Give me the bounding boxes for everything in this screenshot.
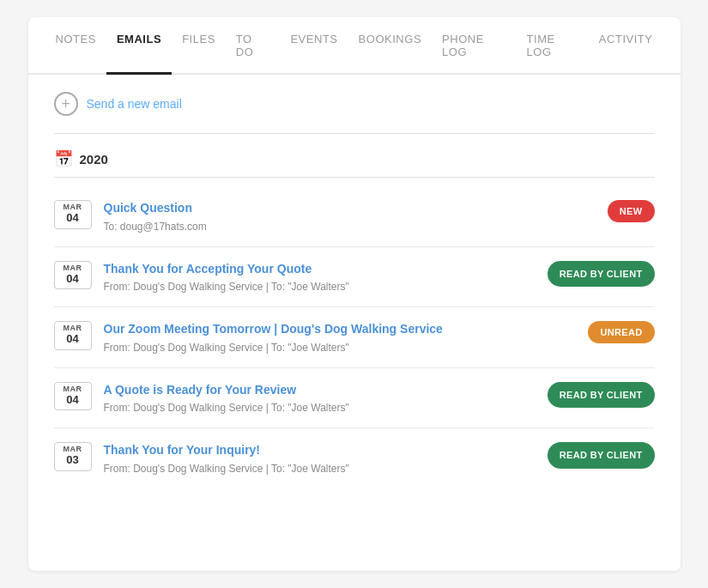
- email-body: A Quote is Ready for Your Review From: D…: [104, 382, 536, 415]
- divider-top: [54, 133, 655, 134]
- year-label: 2020: [80, 152, 108, 167]
- tab-notes[interactable]: NOTES: [45, 17, 106, 75]
- email-body: Thank You for Your Inquiry! From: Doug's…: [104, 442, 536, 475]
- email-subject[interactable]: A Quote is Ready for Your Review: [104, 382, 536, 399]
- nav-tabs: NOTES EMAILS FILES TO DO EVENTS BOOKINGS…: [28, 17, 681, 75]
- date-month: MAR: [58, 445, 88, 453]
- badge-area: READ BY CLIENT: [548, 382, 655, 408]
- date-day: 04: [58, 332, 88, 346]
- email-item: MAR 04 Thank You for Accepting Your Quot…: [54, 247, 655, 308]
- content-area: + Send a new email 📅 2020 MAR 04 Quick Q…: [28, 75, 681, 506]
- email-body: Our Zoom Meeting Tomorrow | Doug's Dog W…: [104, 321, 577, 354]
- date-day: 04: [58, 272, 88, 286]
- date-day: 03: [58, 453, 88, 467]
- email-meta: From: Doug's Dog Walking Service | To: "…: [104, 281, 536, 293]
- email-subject[interactable]: Our Zoom Meeting Tomorrow | Doug's Dog W…: [104, 321, 577, 338]
- date-month: MAR: [58, 264, 88, 272]
- email-item: MAR 04 Our Zoom Meeting Tomorrow | Doug'…: [54, 307, 655, 368]
- date-badge: MAR 03: [54, 442, 92, 471]
- tab-timelog[interactable]: TIME LOG: [517, 17, 589, 75]
- date-month: MAR: [58, 203, 88, 211]
- status-badge: READ BY CLIENT: [548, 442, 655, 468]
- date-day: 04: [58, 211, 88, 225]
- email-subject[interactable]: Thank You for Your Inquiry!: [104, 442, 536, 459]
- tab-todo[interactable]: TO DO: [226, 17, 281, 75]
- email-item: MAR 03 Thank You for Your Inquiry! From:…: [54, 428, 655, 488]
- date-badge: MAR 04: [54, 382, 92, 411]
- tab-events[interactable]: EVENTS: [280, 17, 348, 75]
- divider-year: [54, 177, 655, 178]
- email-body: Quick Question To: doug@17hats.com: [104, 200, 596, 233]
- date-month: MAR: [58, 324, 88, 332]
- email-list: MAR 04 Quick Question To: doug@17hats.co…: [54, 186, 655, 488]
- status-badge: READ BY CLIENT: [548, 261, 655, 287]
- tab-bookings[interactable]: BOOKINGS: [348, 17, 433, 75]
- tab-files[interactable]: FILES: [172, 17, 226, 75]
- year-header: 📅 2020: [54, 149, 655, 168]
- date-badge: MAR 04: [54, 200, 92, 229]
- email-body: Thank You for Accepting Your Quote From:…: [104, 261, 536, 294]
- tab-activity[interactable]: ACTIVITY: [589, 17, 663, 75]
- badge-area: READ BY CLIENT: [548, 442, 655, 468]
- status-badge: NEW: [608, 200, 655, 222]
- badge-area: NEW: [608, 200, 655, 222]
- date-day: 04: [58, 393, 88, 407]
- main-container: NOTES EMAILS FILES TO DO EVENTS BOOKINGS…: [28, 17, 681, 571]
- date-badge: MAR 04: [54, 261, 92, 290]
- date-badge: MAR 04: [54, 321, 92, 350]
- email-subject[interactable]: Thank You for Accepting Your Quote: [104, 261, 536, 278]
- add-email-button[interactable]: +: [54, 92, 78, 116]
- tab-phonelog[interactable]: PHONE LOG: [432, 17, 517, 75]
- email-meta: From: Doug's Dog Walking Service | To: "…: [104, 463, 536, 475]
- date-month: MAR: [58, 385, 88, 393]
- calendar-icon: 📅: [54, 149, 73, 168]
- email-item: MAR 04 Quick Question To: doug@17hats.co…: [54, 186, 655, 247]
- badge-area: UNREAD: [588, 321, 654, 343]
- email-item: MAR 04 A Quote is Ready for Your Review …: [54, 368, 655, 429]
- send-email-link[interactable]: Send a new email: [87, 97, 182, 111]
- email-meta: From: Doug's Dog Walking Service | To: "…: [104, 402, 536, 414]
- status-badge: UNREAD: [588, 321, 654, 343]
- send-email-row: + Send a new email: [54, 92, 655, 116]
- email-meta: To: doug@17hats.com: [104, 221, 596, 233]
- email-meta: From: Doug's Dog Walking Service | To: "…: [104, 342, 577, 354]
- badge-area: READ BY CLIENT: [548, 261, 655, 287]
- email-subject[interactable]: Quick Question: [104, 200, 596, 217]
- status-badge: READ BY CLIENT: [548, 382, 655, 408]
- tab-emails[interactable]: EMAILS: [106, 17, 172, 75]
